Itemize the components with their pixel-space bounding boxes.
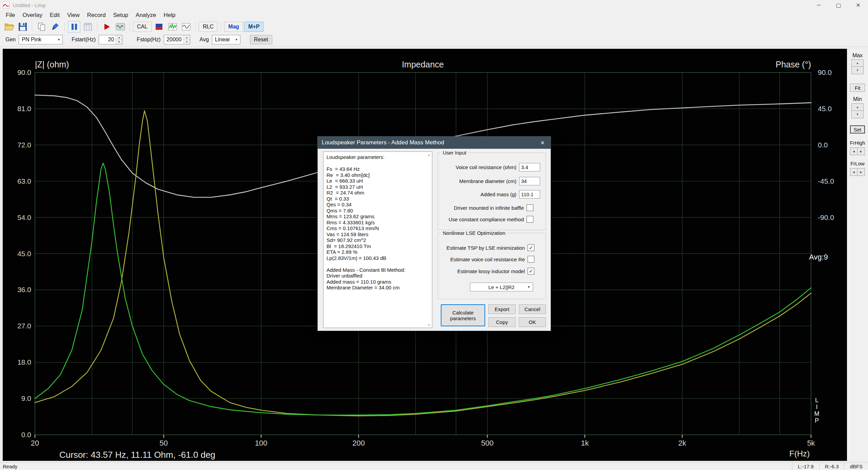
close-button[interactable]: ✕: [848, 0, 868, 10]
rlc-button[interactable]: RLC: [199, 22, 218, 32]
dialog-close-icon[interactable]: ×: [534, 137, 551, 149]
averaging-select[interactable]: Linear ▼: [212, 35, 240, 44]
inductor-model-select[interactable]: Le + L2||R2 ▼: [470, 283, 533, 291]
y-left-axis-title: |Z| (ohm): [35, 60, 69, 69]
min-up-icon[interactable]: ▲: [851, 103, 864, 111]
pause-icon[interactable]: [68, 21, 80, 33]
max-down-icon[interactable]: ▼: [851, 67, 864, 74]
fstart-spinner[interactable]: 20 ▲ ▼: [99, 35, 122, 44]
limp-logo-letter: P: [813, 417, 821, 424]
overlay-icon[interactable]: [153, 21, 165, 33]
fstart-down-icon[interactable]: ▼: [116, 40, 122, 44]
fstop-down-icon[interactable]: ▼: [184, 40, 190, 44]
signal-icon[interactable]: [166, 21, 179, 33]
voice-coil-resistance-input[interactable]: [519, 163, 540, 171]
inductor-model-value: Le + L2||R2: [488, 284, 514, 290]
frhigh-right-icon[interactable]: ►: [857, 147, 865, 155]
menu-item-help[interactable]: Help: [160, 11, 179, 20]
menu-item-overlay[interactable]: Overlay: [19, 11, 46, 20]
y-left-tick: 36.0: [3, 286, 31, 293]
maximize-button[interactable]: ▢: [829, 0, 848, 10]
oscilloscope-icon[interactable]: [180, 21, 192, 33]
menu-item-edit[interactable]: Edit: [46, 11, 63, 20]
save-icon[interactable]: [16, 21, 29, 33]
parameter-line: Vas = 124.59 liters: [327, 231, 429, 238]
min-spinner[interactable]: ▲ ▼: [851, 103, 864, 118]
set-button[interactable]: Set: [850, 125, 865, 134]
infinite-baffle-checkbox[interactable]: [527, 204, 533, 211]
y-right-tick: 90.0: [818, 69, 848, 76]
y-right-tick: 45.0: [818, 105, 848, 113]
cal-button[interactable]: CAL: [133, 22, 152, 32]
pen-icon[interactable]: [49, 21, 61, 33]
user-input-group-title: User Input: [441, 150, 468, 156]
x-tick: 20: [20, 439, 50, 448]
calculate-parameters-button[interactable]: Calculate parameters: [441, 304, 485, 326]
scope-icon[interactable]: [114, 21, 126, 33]
max-spinner[interactable]: ▲ ▼: [851, 59, 864, 74]
frhigh-arrows: ◄ ►: [850, 147, 865, 155]
frhigh-left-icon[interactable]: ◄: [850, 147, 857, 155]
frlow-left-icon[interactable]: ◄: [850, 168, 857, 176]
y-right-tick: 0.0: [818, 141, 848, 149]
menu-item-view[interactable]: View: [63, 11, 83, 20]
y-left-tick: 9.0: [3, 395, 31, 402]
cancel-button[interactable]: Cancel: [519, 304, 546, 314]
grid-icon[interactable]: [81, 21, 94, 33]
status-right-level: R:-6.3: [819, 463, 844, 470]
frhigh-label: FrHigh: [847, 140, 868, 146]
lse-minimization-checkbox[interactable]: ✓: [528, 244, 534, 251]
chevron-down-icon: ▼: [57, 38, 60, 41]
copy-icon[interactable]: [35, 21, 48, 33]
max-up-icon[interactable]: ▲: [851, 59, 864, 67]
x-tick: 100: [246, 439, 276, 448]
frlow-right-icon[interactable]: ►: [857, 168, 865, 176]
generator-bar: Gen PN Pink ▼ Fstart(Hz) 20 ▲ ▼ Fstop(Hz…: [0, 33, 868, 46]
ok-button[interactable]: OK: [519, 317, 546, 327]
menu-item-file[interactable]: File: [2, 11, 19, 20]
generator-select[interactable]: PN Pink ▼: [19, 35, 63, 44]
reset-button[interactable]: Reset: [250, 35, 272, 44]
fstart-value: 20: [99, 35, 116, 44]
open-file-icon[interactable]: [3, 21, 15, 33]
constant-compliance-checkbox[interactable]: [527, 216, 533, 223]
lossy-inductor-checkbox[interactable]: ✓: [528, 268, 534, 274]
y-left-tick: 18.0: [3, 359, 31, 366]
estimate-re-checkbox[interactable]: [528, 256, 534, 263]
limp-logo: LIMP: [813, 397, 821, 424]
added-mass-input[interactable]: [519, 190, 540, 199]
fit-button[interactable]: Fit: [850, 84, 865, 92]
mag-button[interactable]: Mag: [224, 22, 243, 32]
toolbar-separator: [32, 22, 32, 32]
menu-item-analyze[interactable]: Analyze: [132, 11, 160, 20]
parameter-line: Qt = 0.33: [327, 196, 429, 202]
menu-item-record[interactable]: Record: [83, 11, 110, 20]
parameter-line: Sd= 907.92 cm^2: [327, 237, 429, 243]
min-down-icon[interactable]: ▼: [851, 111, 864, 118]
frlow-arrows: ◄ ►: [850, 168, 865, 176]
fstop-spinner[interactable]: 20000 ▲ ▼: [164, 35, 190, 44]
mp-button[interactable]: M+P: [244, 22, 263, 32]
x-tick: 1k: [570, 439, 600, 448]
fstop-up-icon[interactable]: ▲: [184, 35, 190, 40]
x-axis-title: F(Hz): [766, 449, 810, 458]
record-icon[interactable]: [100, 21, 113, 33]
export-button[interactable]: Export: [488, 304, 516, 314]
chart-title: Impedance: [389, 60, 457, 69]
minimize-button[interactable]: ─: [809, 0, 829, 10]
parameter-line: Mms = 123.62 grams: [327, 213, 429, 220]
parameter-line: Lp(2.83V/1m) = 100.43 dB: [327, 255, 429, 261]
menu-item-setup[interactable]: Setup: [110, 11, 132, 20]
status-ready: Ready: [3, 464, 17, 469]
membrane-diameter-input[interactable]: [519, 177, 540, 185]
parameter-line: Added Mass - Constant Bl Method:: [327, 267, 429, 273]
field-label: Voice coil resistance (ohm): [442, 164, 516, 170]
dialog-title-bar[interactable]: Loudspeaker Parameters - Added Mass Meth…: [318, 137, 551, 149]
copy-button[interactable]: Copy: [488, 317, 516, 327]
status-units: dBFS: [844, 463, 868, 470]
lse-minimization-label: Estimate TSP by LSE minimization: [430, 245, 525, 251]
parameter-line: Le = 668.33 uH: [327, 178, 429, 184]
infinite-baffle-label: Driver mounted in infinite baffle: [430, 205, 524, 211]
parameters-listbox[interactable]: Loudspeaker parameters:Fs = 43.64 HzRe =…: [323, 151, 432, 328]
fstart-up-icon[interactable]: ▲: [116, 35, 122, 40]
